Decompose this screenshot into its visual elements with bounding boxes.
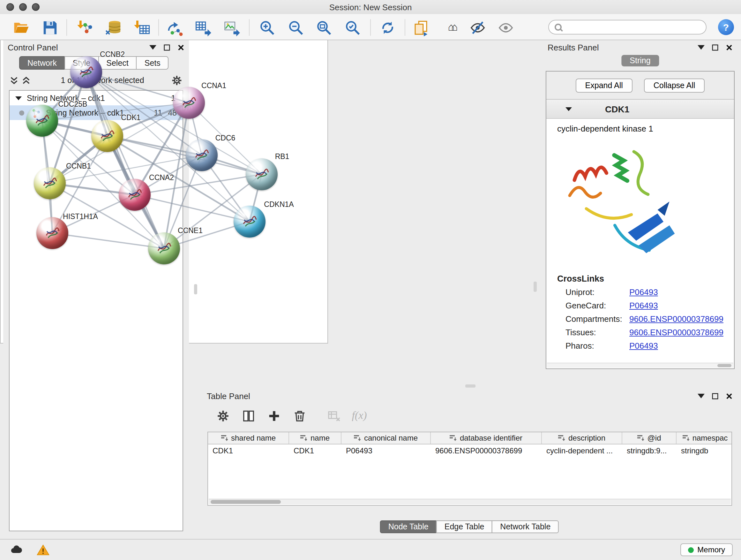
table-horizontal-scrollbar[interactable]: [209, 499, 731, 504]
crosslink-label: Uniprot:: [565, 287, 629, 297]
network-node-label: CCNE1: [178, 227, 203, 234]
network-node-cdc25b[interactable]: [26, 105, 58, 137]
collapse-all-button[interactable]: Collapse All: [644, 78, 705, 92]
table-tabs: Node Table Edge Table Network Table: [381, 520, 559, 533]
memory-label: Memory: [697, 545, 725, 554]
network-node-cdc6[interactable]: [186, 139, 218, 171]
protein-structure-glyph: [253, 165, 271, 183]
crosslinks-heading: CrossLinks: [557, 274, 734, 284]
crosslink-link[interactable]: P06493: [629, 301, 658, 310]
protein-structure-glyph: [44, 224, 61, 242]
column-header-id[interactable]: @id: [622, 432, 677, 444]
cell-name[interactable]: CDK1: [289, 446, 341, 455]
cell-shared-name[interactable]: CDK1: [208, 446, 289, 455]
column-header-canonical-name[interactable]: canonical name: [341, 432, 431, 444]
cell-namespace[interactable]: stringdb: [677, 446, 732, 455]
table-panel-title: Table Panel: [207, 391, 250, 401]
panel-maximize-icon[interactable]: [711, 44, 719, 51]
tab-string[interactable]: String: [621, 55, 659, 66]
crosslink-link[interactable]: 9606.ENSP00000378699: [629, 327, 724, 337]
column-header-shared-name[interactable]: shared name: [208, 432, 289, 444]
crosslink-link[interactable]: P06493: [629, 287, 658, 297]
status-bar: Memory: [0, 539, 741, 560]
gene-entry-header[interactable]: CDK1: [546, 100, 734, 119]
create-column-button[interactable]: [266, 408, 281, 423]
table-row[interactable]: CDK1 CDK1 P06493 9606.ENSP00000378699 cy…: [208, 444, 731, 457]
network-node-label: CCNA2: [149, 174, 174, 181]
panel-close-icon[interactable]: [725, 392, 733, 400]
cell-database-identifier[interactable]: 9606.ENSP00000378699: [431, 446, 542, 455]
network-node-label: CCNA1: [201, 82, 226, 89]
network-node-label: CCNB1: [66, 162, 91, 170]
crosslink-row: GeneCard: P06493: [546, 299, 734, 312]
network-node-ccnb1[interactable]: [34, 167, 66, 199]
delete-table-button[interactable]: [326, 408, 341, 423]
network-node-cdkn1a[interactable]: [233, 206, 266, 238]
function-builder-button[interactable]: f(x): [352, 408, 367, 423]
string-results-box: Expand All Collapse All CDK1 cyclin-depe…: [546, 71, 735, 369]
network-node-hist1h1a[interactable]: [37, 217, 68, 249]
protein-structure-figure: [556, 138, 734, 269]
results-panel-header: Results Panel: [543, 40, 737, 54]
column-header-database-identifier[interactable]: database identifier: [431, 432, 542, 444]
network-node-label: CDKN1A: [264, 200, 293, 208]
protein-structure-glyph: [193, 146, 211, 164]
panel-maximize-icon[interactable]: [711, 392, 719, 400]
column-header-name[interactable]: name: [289, 432, 341, 444]
network-node-label: HIST1H1A: [63, 212, 98, 220]
protein-structure-glyph: [241, 212, 259, 231]
network-node-rb1[interactable]: [246, 159, 278, 190]
crosslink-label: Compartments:: [565, 314, 629, 324]
disclosure-triangle-icon[interactable]: [565, 107, 572, 111]
protein-structure-glyph: [126, 186, 144, 204]
protein-structure-glyph: [180, 94, 198, 112]
application-window: Session: New Session: [0, 0, 741, 560]
crosslink-label: Tissues:: [565, 327, 629, 337]
network-node-ccnb2[interactable]: [70, 56, 102, 88]
network-node-ccne1[interactable]: [148, 233, 180, 264]
results-scrollbar[interactable]: [547, 363, 733, 368]
cell-canonical-name[interactable]: P06493: [341, 446, 431, 455]
memory-button[interactable]: Memory: [680, 543, 733, 556]
delete-column-button[interactable]: [292, 408, 307, 423]
protein-structure-glyph: [77, 63, 95, 81]
crosslink-label: Pharos:: [565, 341, 629, 351]
tab-network-table[interactable]: Network Table: [492, 520, 559, 533]
results-actions-row: Expand All Collapse All: [546, 71, 734, 100]
expand-all-button[interactable]: Expand All: [576, 78, 632, 92]
network-view: CCNB2CCNA1CDC25BCDK1CDC6RB1CCNB1CCNA2CDK…: [0, 0, 328, 344]
crosslink-link[interactable]: 9606.ENSP00000378699: [629, 314, 724, 324]
network-node-label: CDK1: [121, 114, 140, 121]
crosslink-link[interactable]: P06493: [629, 341, 658, 351]
cell-id[interactable]: stringdb:9...: [622, 446, 677, 455]
crosslink-label: GeneCard:: [565, 301, 629, 310]
table-scrollbar-thumb[interactable]: [211, 500, 281, 504]
table-panel: Table Panel f(x): [202, 389, 737, 539]
protein-structure-glyph: [41, 174, 59, 192]
tab-edge-table[interactable]: Edge Table: [436, 520, 493, 533]
column-header-description[interactable]: description: [542, 432, 622, 444]
column-header-namespace[interactable]: namespac: [677, 432, 732, 444]
memory-status-dot: [688, 547, 693, 553]
sort-icon: [221, 434, 228, 442]
panel-float-icon[interactable]: [697, 392, 704, 400]
sort-icon: [637, 434, 645, 442]
table-settings-gear-button[interactable]: [215, 408, 230, 423]
network-node-ccna1[interactable]: [173, 87, 205, 119]
results-scrollbar-thumb[interactable]: [718, 364, 731, 367]
table-panel-header: Table Panel: [202, 389, 737, 403]
fx-icon: f(x): [352, 409, 367, 422]
protein-structure-glyph: [155, 240, 173, 257]
warning-icon[interactable]: [37, 543, 50, 557]
network-node-ccna2[interactable]: [119, 179, 151, 211]
protein-structure-glyph: [98, 127, 116, 145]
show-columns-button[interactable]: [241, 408, 256, 423]
panel-close-icon[interactable]: [725, 44, 733, 51]
panel-float-icon[interactable]: [697, 44, 704, 51]
network-node-label: CCNB2: [100, 51, 125, 58]
cell-description[interactable]: cyclin-dependent ...: [542, 446, 622, 455]
cloud-icon[interactable]: [10, 543, 23, 557]
network-node-cdk1[interactable]: [91, 120, 123, 152]
table-toolbar: f(x): [215, 406, 367, 426]
tab-node-table[interactable]: Node Table: [380, 520, 437, 533]
